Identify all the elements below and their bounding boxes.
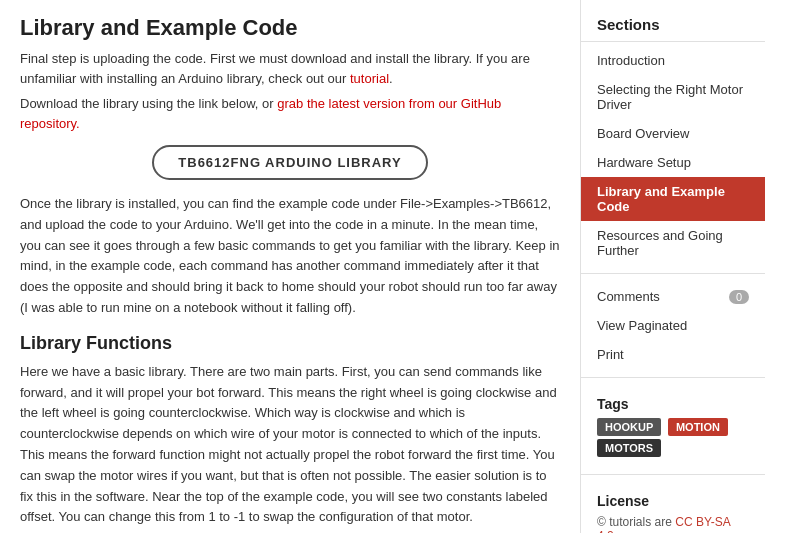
library-functions-heading: Library Functions xyxy=(20,333,560,354)
body-text-2: Here we have a basic library. There are … xyxy=(20,362,560,528)
sidebar-item-resources-going-further[interactable]: Resources and Going Further xyxy=(581,221,765,265)
tag-hookup[interactable]: HOOKUP xyxy=(597,418,661,436)
download-before: Download the library using the link belo… xyxy=(20,96,274,111)
sidebar-item-selecting-motor-driver[interactable]: Selecting the Right Motor Driver xyxy=(581,75,765,119)
sidebar-item-comments[interactable]: Comments 0 xyxy=(581,282,765,311)
copyright-icon: © xyxy=(597,515,606,529)
sidebar-item-board-overview[interactable]: Board Overview xyxy=(581,119,765,148)
sidebar-item-hardware-setup[interactable]: Hardware Setup xyxy=(581,148,765,177)
intro-paragraph: Final step is uploading the code. First … xyxy=(20,49,560,88)
main-content: Library and Example Code Final step is u… xyxy=(0,0,580,533)
sidebar-item-print[interactable]: Print xyxy=(581,340,765,369)
license-title: License xyxy=(597,493,749,509)
tag-motion[interactable]: MOTION xyxy=(668,418,728,436)
comments-badge: 0 xyxy=(729,290,749,304)
license-description: tutorials are xyxy=(609,515,672,529)
library-download-button[interactable]: TB6612FNG ARDUINO LIBRARY xyxy=(152,145,427,180)
sidebar-divider-1 xyxy=(581,273,765,274)
tutorial-link[interactable]: tutorial xyxy=(350,71,389,86)
tags-title: Tags xyxy=(597,396,749,412)
download-line: Download the library using the link belo… xyxy=(20,94,560,133)
license-section: License © tutorials are CC BY-SA 4.0 xyxy=(581,483,765,533)
sidebar-divider-3 xyxy=(581,474,765,475)
license-text: © tutorials are CC BY-SA 4.0 xyxy=(597,515,749,533)
sidebar-item-library-example-code[interactable]: Library and Example Code xyxy=(581,177,765,221)
library-button-wrap: TB6612FNG ARDUINO LIBRARY xyxy=(20,145,560,180)
intro-text: Final step is uploading the code. First … xyxy=(20,51,530,86)
tag-motors[interactable]: MOTORS xyxy=(597,439,661,457)
page-title: Library and Example Code xyxy=(20,15,560,41)
tags-section: Tags HOOKUP MOTION MOTORS xyxy=(581,386,765,466)
sidebar-item-view-paginated[interactable]: View Paginated xyxy=(581,311,765,340)
sidebar-item-introduction[interactable]: Introduction xyxy=(581,46,765,75)
sidebar: Sections Introduction Selecting the Righ… xyxy=(580,0,765,533)
body-text-1: Once the library is installed, you can f… xyxy=(20,194,560,319)
sections-title: Sections xyxy=(581,10,765,42)
sidebar-divider-2 xyxy=(581,377,765,378)
